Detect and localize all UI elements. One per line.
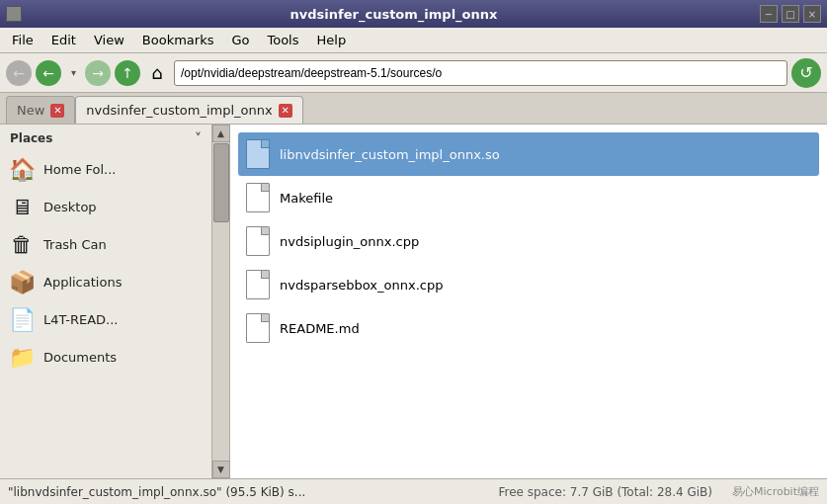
sidebar-icon-1: 🖥 <box>8 193 36 220</box>
places-header: Places ˅ <box>0 125 211 150</box>
tab-label-0: New <box>17 103 44 118</box>
file-name-4: README.md <box>280 321 360 336</box>
maximize-button[interactable]: □ <box>782 5 799 23</box>
sidebar-label-2: Trash Can <box>43 237 107 252</box>
menu-help[interactable]: Help <box>309 30 355 50</box>
history-dropdown[interactable]: ▾ <box>65 65 81 81</box>
sidebar-icon-2: 🗑 <box>8 230 36 258</box>
watermark: 易心Microbit编程 <box>732 484 819 499</box>
sidebar-item-trash-can[interactable]: 🗑Trash Can <box>0 225 211 263</box>
sidebar: Places ˅ 🏠Home Fol...🖥Desktop🗑Trash Can📦… <box>0 125 212 478</box>
refresh-button[interactable]: ↺ <box>791 58 821 88</box>
sidebar-icon-4: 📄 <box>8 305 36 333</box>
title-bar: nvdsinfer_custom_impl_onnx − □ × <box>0 0 827 28</box>
places-label: Places <box>10 131 52 145</box>
tab-label-1: nvdsinfer_custom_impl_onnx <box>86 103 272 118</box>
status-space-info: Free space: 7.7 GiB (Total: 28.4 GiB) <box>498 485 712 499</box>
file-name-2: nvdsiplugin_onnx.cpp <box>280 234 419 249</box>
app-icon <box>6 6 22 22</box>
tab-bar: New✕nvdsinfer_custom_impl_onnx✕ <box>0 93 827 125</box>
window-title: nvdsinfer_custom_impl_onnx <box>28 7 760 22</box>
file-item-0[interactable]: libnvdsinfer_custom_impl_onnx.so <box>238 132 819 176</box>
back-button-disabled: ← <box>6 60 32 86</box>
menu-bar: FileEditViewBookmarksGoToolsHelp <box>0 28 827 53</box>
sidebar-label-3: Applications <box>43 275 122 290</box>
sidebar-item-home-fol---[interactable]: 🏠Home Fol... <box>0 150 211 188</box>
sidebar-label-1: Desktop <box>43 200 97 214</box>
file-icon-4 <box>244 311 272 345</box>
status-file-info: "libnvdsinfer_custom_impl_onnx.so" (95.5… <box>8 485 478 499</box>
file-icon-3 <box>244 268 272 301</box>
tab-close-0[interactable]: ✕ <box>50 104 64 118</box>
forward-button[interactable]: → <box>85 60 111 86</box>
sidebar-icon-5: 📁 <box>8 343 36 371</box>
menu-bookmarks[interactable]: Bookmarks <box>134 30 222 50</box>
title-bar-left <box>6 6 28 22</box>
menu-go[interactable]: Go <box>223 30 257 50</box>
minimize-button[interactable]: − <box>760 5 778 23</box>
menu-file[interactable]: File <box>4 30 41 50</box>
file-item-2[interactable]: nvdsiplugin_onnx.cpp <box>238 219 819 263</box>
file-icon-1 <box>244 181 272 214</box>
back-button[interactable]: ← <box>36 60 61 86</box>
sidebar-items: 🏠Home Fol...🖥Desktop🗑Trash Can📦Applicati… <box>0 150 211 478</box>
toolbar: ← ← ▾ → ↑ ⌂ ↺ <box>0 53 827 93</box>
file-panel: ▲ ▼ libnvdsinfer_custom_impl_onnx.soMake… <box>212 125 827 478</box>
file-item-4[interactable]: README.md <box>238 306 819 350</box>
tab-close-1[interactable]: ✕ <box>279 104 292 118</box>
sidebar-icon-0: 🏠 <box>8 155 36 183</box>
file-icon-0 <box>244 137 272 171</box>
main-area: Places ˅ 🏠Home Fol...🖥Desktop🗑Trash Can📦… <box>0 125 827 478</box>
sidebar-scrollbar[interactable]: ▲ ▼ <box>212 125 230 478</box>
sidebar-icon-3: 📦 <box>8 268 36 295</box>
tab-0[interactable]: New✕ <box>6 96 75 124</box>
scroll-track[interactable] <box>213 143 229 460</box>
file-name-1: Makefile <box>280 191 333 206</box>
sidebar-label-4: L4T-READ... <box>43 312 119 327</box>
home-button[interactable]: ⌂ <box>144 60 170 86</box>
places-chevron-icon[interactable]: ˅ <box>195 130 202 146</box>
menu-edit[interactable]: Edit <box>43 30 84 50</box>
status-bar: "libnvdsinfer_custom_impl_onnx.so" (95.5… <box>0 478 827 504</box>
scroll-up-arrow[interactable]: ▲ <box>212 125 230 142</box>
close-button[interactable]: × <box>803 5 821 23</box>
scroll-down-arrow[interactable]: ▼ <box>212 461 230 478</box>
sidebar-item-l4t-read---[interactable]: 📄L4T-READ... <box>0 300 211 338</box>
menu-view[interactable]: View <box>86 30 132 50</box>
file-list: libnvdsinfer_custom_impl_onnx.soMakefile… <box>230 125 827 478</box>
scroll-thumb[interactable] <box>213 143 229 222</box>
sidebar-item-documents[interactable]: 📁Documents <box>0 338 211 376</box>
up-button[interactable]: ↑ <box>115 60 140 86</box>
menu-tools[interactable]: Tools <box>259 30 306 50</box>
address-bar[interactable] <box>174 60 787 86</box>
file-icon-2 <box>244 224 272 258</box>
file-name-0: libnvdsinfer_custom_impl_onnx.so <box>280 147 500 162</box>
sidebar-label-5: Documents <box>43 350 117 365</box>
window-controls: − □ × <box>760 5 821 23</box>
tab-1[interactable]: nvdsinfer_custom_impl_onnx✕ <box>75 96 302 124</box>
file-item-3[interactable]: nvdsparsebbox_onnx.cpp <box>238 263 819 306</box>
sidebar-label-0: Home Fol... <box>43 162 117 177</box>
file-item-1[interactable]: Makefile <box>238 176 819 219</box>
sidebar-item-desktop[interactable]: 🖥Desktop <box>0 188 211 225</box>
file-name-3: nvdsparsebbox_onnx.cpp <box>280 278 443 293</box>
sidebar-item-applications[interactable]: 📦Applications <box>0 263 211 300</box>
